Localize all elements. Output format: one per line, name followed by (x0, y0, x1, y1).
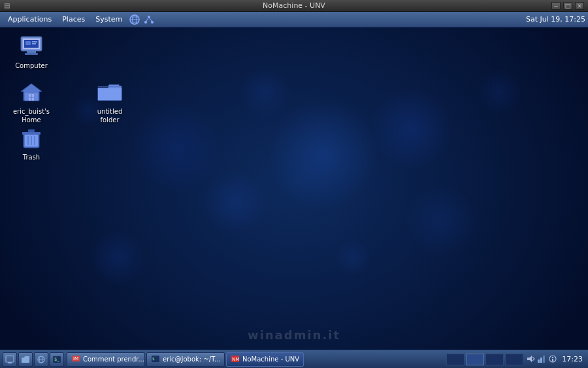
computer-icon[interactable]: Computer (8, 33, 55, 73)
svg-rect-31 (98, 88, 122, 100)
svg-rect-53 (552, 359, 553, 361)
svg-line-8 (146, 17, 149, 22)
svg-text:NM: NM (232, 357, 239, 362)
svg-rect-49 (540, 358, 542, 363)
computer-label: Computer (15, 61, 48, 70)
task-terminal[interactable]: $ eric@Jobok: ~/T... (146, 352, 225, 367)
menubar-right: Sat Jul 19, 17:25 (526, 15, 585, 24)
task-comment[interactable]: IM Comment prendr... (67, 352, 145, 367)
home-label: eric_buist's Home (13, 107, 50, 124)
network-icon[interactable] (143, 14, 155, 25)
network-status-icon[interactable] (537, 354, 546, 365)
svg-rect-27 (28, 129, 35, 132)
task-terminal-label: eric@Jobok: ~/T... (163, 356, 221, 363)
titlebar-menu-icon: ▤ (4, 2, 10, 9)
task-comment-label: Comment prendr... (83, 356, 144, 363)
taskbar-left: $_ (3, 352, 64, 367)
menubar: Applications Places System Sat Jul 19, 1… (0, 12, 588, 27)
folder-label: untitled folder (97, 107, 123, 124)
system-menu[interactable]: System (90, 14, 127, 25)
applications-menu[interactable]: Applications (3, 14, 57, 25)
terminal-button[interactable]: $_ (50, 352, 64, 367)
svg-marker-45 (527, 356, 532, 362)
titlebar-title: NoMachine - UNV (263, 1, 325, 10)
trash-icon-img (18, 127, 44, 150)
places-menu[interactable]: Places (57, 14, 90, 25)
task-nomachine-icon: NM (231, 355, 240, 364)
task-nomachine-label: NoMachine - UNV (242, 356, 299, 363)
svg-line-46 (532, 357, 534, 359)
workspace-switcher (446, 354, 523, 365)
home-icon[interactable]: eric_buist's Home (8, 78, 55, 127)
folder-icon-img (97, 81, 123, 105)
taskbar-right: 17:23 (446, 354, 585, 365)
svg-rect-26 (22, 132, 41, 135)
taskbar-tasks: IM Comment prendr... $ eric@Jobok: ~/T..… (67, 352, 446, 367)
svg-rect-48 (538, 360, 540, 363)
workspace-4[interactable] (505, 354, 523, 365)
minimize-button[interactable]: − (551, 2, 561, 10)
systray: 17:23 (526, 354, 585, 365)
desktop-area: Computer eric_buist's Home (0, 27, 588, 350)
workspace-3[interactable] (485, 354, 504, 365)
svg-rect-18 (32, 43, 36, 44)
trash-icon[interactable]: Trash (8, 124, 55, 164)
svg-line-9 (149, 17, 152, 22)
file-manager-button[interactable] (18, 352, 33, 367)
workspace-2[interactable] (466, 354, 484, 365)
close-button[interactable]: × (575, 2, 584, 10)
svg-rect-12 (27, 51, 36, 53)
task-nomachine[interactable]: NM NoMachine - UNV (226, 352, 304, 367)
titlebar-controls: − □ × (551, 2, 584, 10)
desktop: ▤ NoMachine - UNV − □ × Applications Pla… (0, 0, 588, 368)
task-terminal-icon: $ (151, 355, 160, 364)
show-desktop-button[interactable] (3, 352, 17, 367)
datetime-display: Sat Jul 19, 17:25 (526, 15, 585, 24)
svg-text:$_: $_ (54, 357, 59, 362)
svg-rect-50 (543, 356, 545, 363)
taskbar: $_ IM Comment prendr... (0, 350, 588, 368)
volume-icon[interactable] (526, 354, 535, 365)
svg-text:IM: IM (73, 356, 78, 361)
maximize-button[interactable]: □ (563, 2, 572, 10)
svg-rect-33 (8, 362, 12, 363)
system-tray-icon[interactable] (548, 354, 557, 365)
workspace-1[interactable] (446, 354, 465, 365)
svg-text:$: $ (152, 356, 155, 361)
globe-icon[interactable] (129, 14, 140, 25)
titlebar: ▤ NoMachine - UNV − □ × (0, 0, 588, 12)
svg-line-47 (532, 359, 534, 361)
home-icon-img (18, 81, 44, 105)
trash-label: Trash (23, 153, 40, 161)
svg-rect-17 (32, 41, 37, 42)
clock-display: 17:23 (559, 355, 585, 363)
svg-rect-16 (25, 41, 31, 45)
folder-icon[interactable]: untitled folder (86, 78, 133, 127)
task-comment-icon: IM (71, 355, 80, 364)
svg-rect-32 (6, 356, 14, 362)
svg-rect-13 (25, 53, 38, 55)
svg-point-52 (552, 356, 553, 358)
computer-icon-img (18, 35, 44, 59)
browser-button[interactable] (34, 352, 48, 367)
